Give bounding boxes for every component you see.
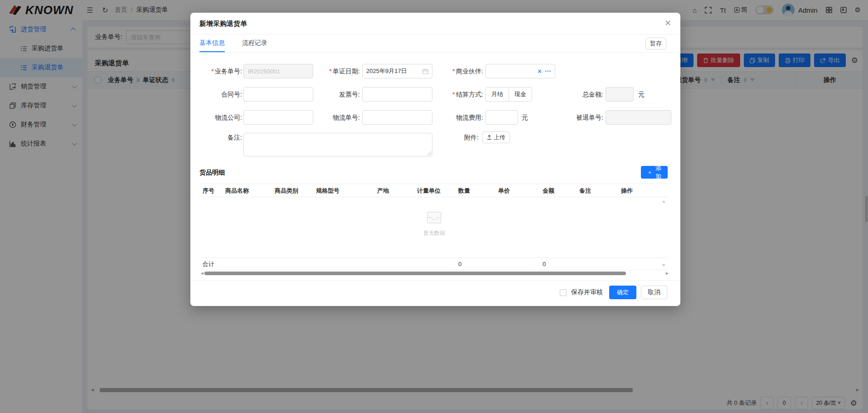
scroll-left-icon[interactable]: ◄ — [200, 271, 204, 276]
invoice-no-label: 发票号: — [308, 87, 360, 102]
empty-state: 暂无数据 — [201, 210, 668, 237]
scrollbar-thumb[interactable] — [204, 272, 626, 275]
dcol-seq: 序号 — [203, 184, 214, 198]
save-and-audit-label: 保存并审核 — [571, 288, 603, 296]
tab-process-record[interactable]: 流程记录 — [242, 34, 267, 52]
tab-basic-info[interactable]: 基本信息 — [199, 34, 225, 52]
app-root: KNOWN ☰ ↻ 首页 / 采购退货单 ⌂ Tt A 简 — [0, 0, 868, 413]
cancel-button[interactable]: 取消 — [641, 286, 667, 299]
dcol-origin: 产地 — [377, 184, 389, 198]
logistics-no-label: 物流单号: — [308, 110, 360, 125]
total-row: 合计 0 0 — [201, 258, 668, 270]
doc-date-label: *单证日期: — [308, 64, 360, 78]
logistics-fee-input[interactable] — [485, 110, 518, 125]
qty-total: 0 — [458, 258, 461, 271]
upload-icon — [487, 135, 492, 140]
dcol-amount: 金额 — [543, 184, 554, 198]
returned-no-input — [606, 110, 671, 125]
detail-horizontal-scrollbar[interactable]: ◄ ► — [201, 271, 669, 276]
scroll-right-icon[interactable]: ► — [665, 271, 669, 276]
detail-section-title: 货品明细 — [199, 169, 225, 177]
contract-no-label: 合同号: — [190, 87, 242, 102]
doc-date-value: 2025年9月17日 — [366, 67, 422, 75]
clear-icon[interactable]: ✕ — [537, 68, 542, 75]
modal-title: 新增采购退货单 — [199, 19, 247, 28]
dcol-unit: 计量单位 — [417, 184, 441, 198]
dcol-category: 商品类别 — [275, 184, 298, 198]
close-icon[interactable]: ✕ — [664, 18, 671, 28]
modal-tabs: 基本信息 流程记录 — [199, 34, 267, 52]
invoice-no-input[interactable] — [362, 87, 432, 102]
save-and-audit-checkbox[interactable] — [560, 289, 567, 296]
more-options-icon[interactable]: ··· — [545, 68, 551, 75]
modal-footer: 保存并审核 确定 取消 — [560, 286, 667, 299]
attachment-label: 附件: — [427, 133, 479, 142]
partner-select[interactable]: ✕ ··· — [485, 64, 555, 78]
empty-text: 暂无数据 — [201, 229, 668, 237]
ok-button[interactable]: 确定 — [609, 286, 636, 299]
logistics-fee-label: 物流费用: — [432, 110, 483, 125]
dcol-remark: 备注 — [579, 184, 591, 198]
partner-label: *商业伙伴: — [432, 64, 483, 78]
business-no-input — [243, 64, 313, 78]
detail-table-header: 序号 商品名称 商品类别 规格型号 产地 计量单位 数量 单价 金额 备注 操作 — [201, 184, 668, 197]
total-label: 合计 — [203, 258, 214, 271]
plus-icon: ＋ — [647, 168, 653, 176]
calendar-icon — [422, 68, 428, 74]
add-detail-button[interactable]: ＋ 添加 — [641, 166, 668, 179]
dcol-actions: 操作 — [621, 184, 633, 198]
new-purchase-return-modal: 新增采购退货单 ✕ 基本信息 流程记录 暂存 *业务单号: *单证日期: 202… — [190, 13, 680, 306]
upload-button[interactable]: 上传 — [482, 131, 510, 143]
detail-table-body: 暂无数据 — [201, 197, 668, 258]
logistics-company-label: 物流公司: — [190, 110, 242, 125]
returned-no-label: 被退单号: — [552, 110, 603, 125]
remark-label: 备注: — [190, 133, 242, 142]
detail-table: 序号 商品名称 商品类别 规格型号 产地 计量单位 数量 单价 金额 备注 操作 — [201, 184, 668, 270]
resize-handle[interactable] — [427, 151, 432, 155]
logistics-company-input[interactable] — [243, 110, 313, 125]
amount-total: 0 — [543, 258, 546, 271]
total-amount-unit: 元 — [638, 87, 645, 102]
settlement-cash-option[interactable]: 现金 — [509, 87, 532, 101]
settlement-monthly-option[interactable]: 月结 — [486, 87, 509, 101]
logistics-fee-unit: 元 — [522, 110, 528, 125]
draft-button[interactable]: 暂存 — [645, 38, 666, 49]
doc-date-picker[interactable]: 2025年9月17日 — [362, 64, 432, 78]
dcol-spec-model: 规格型号 — [316, 184, 339, 198]
remark-textarea[interactable] — [243, 133, 432, 156]
total-amount-input — [606, 87, 634, 102]
empty-box-icon — [424, 210, 445, 225]
dcol-unit-price: 单价 — [498, 184, 510, 198]
dcol-quantity: 数量 — [458, 184, 470, 198]
business-no-label: *业务单号: — [190, 64, 242, 78]
scroll-down-icon[interactable]: ▼ — [662, 263, 666, 267]
dcol-product-name: 商品名称 — [225, 184, 249, 198]
settlement-group: 月结 现金 — [485, 87, 532, 102]
contract-no-input[interactable] — [243, 87, 313, 102]
settlement-label: *结算方式: — [432, 87, 483, 102]
total-amount-label: 总金额: — [552, 87, 603, 102]
logistics-no-input[interactable] — [362, 110, 432, 125]
scroll-up-icon[interactable]: ▲ — [662, 199, 666, 204]
